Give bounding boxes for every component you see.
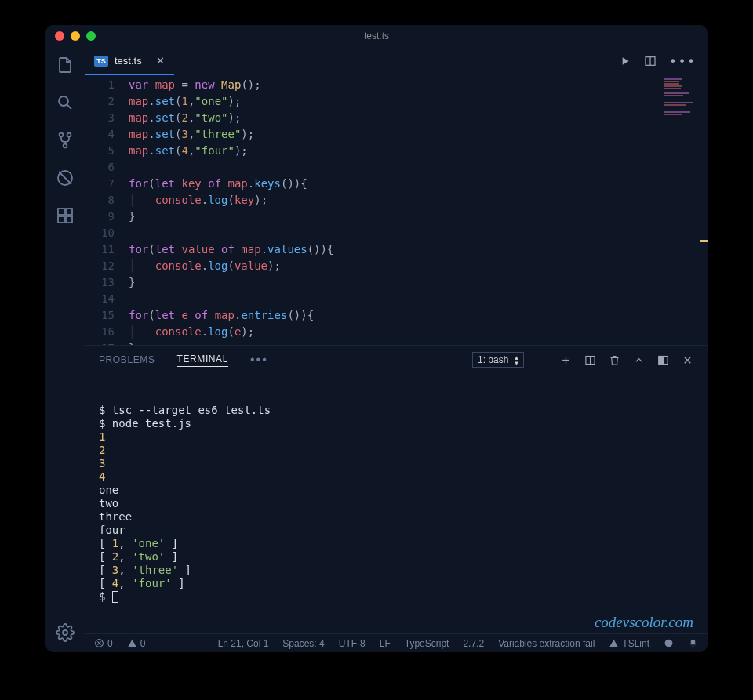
line-number: 1 <box>85 77 115 93</box>
svg-point-9 <box>63 630 67 635</box>
terminal-line: [ 1, 'one' ] <box>99 537 693 550</box>
close-panel-icon[interactable] <box>682 354 693 366</box>
problems-tab[interactable]: PROBLEMS <box>99 354 155 365</box>
terminal-line: [ 3, 'three' ] <box>99 564 693 577</box>
code-line[interactable]: } <box>129 274 708 291</box>
code-line[interactable]: map.set(3,"three"); <box>129 126 708 143</box>
code-line[interactable]: } <box>129 209 708 225</box>
panel-tab-bar: PROBLEMS TERMINAL ••• 1: bash ▲▼ <box>85 346 708 374</box>
line-number: 15 <box>85 307 115 324</box>
file-tab[interactable]: TS test.ts ✕ <box>85 47 174 75</box>
toggle-panel-icon[interactable] <box>657 354 669 366</box>
kill-terminal-icon[interactable] <box>609 354 620 366</box>
line-number: 17 <box>85 340 115 345</box>
line-number: 12 <box>85 258 115 274</box>
code-content[interactable]: var map = new Map();map.set(1,"one");map… <box>129 77 708 345</box>
typescript-file-icon: TS <box>94 56 108 67</box>
status-bar: 0 0 Ln 21, Col 1 Spaces: 4 UTF-8 LF Type… <box>85 633 708 652</box>
line-number: 6 <box>85 159 115 176</box>
search-icon[interactable] <box>55 92 75 113</box>
svg-point-23 <box>665 640 673 647</box>
panel-actions <box>560 354 693 366</box>
status-spaces[interactable]: Spaces: 4 <box>282 638 324 649</box>
code-line[interactable]: map.set(2,"two"); <box>129 110 708 126</box>
code-editor[interactable]: 12345678910111213141516171819 var map = … <box>85 75 708 345</box>
code-line[interactable]: } <box>129 340 708 345</box>
code-line[interactable] <box>129 159 708 176</box>
status-language[interactable]: TypeScript <box>405 638 449 649</box>
workbench: TS test.ts ✕ ••• 12345678910111213141516… <box>45 47 708 652</box>
terminal-line: 1 <box>99 430 693 444</box>
line-number-gutter: 12345678910111213141516171819 <box>85 77 129 345</box>
code-line[interactable]: map.set(1,"one"); <box>129 93 708 110</box>
code-line[interactable]: var map = new Map(); <box>129 77 708 93</box>
minimap[interactable] <box>664 78 704 123</box>
code-line[interactable]: │ console.log(key); <box>129 192 708 209</box>
status-cursor[interactable]: Ln 21, Col 1 <box>218 638 269 649</box>
code-line[interactable]: │ console.log(e); <box>129 324 708 340</box>
code-line[interactable]: for(let value of map.values()){ <box>129 241 708 258</box>
extensions-icon[interactable] <box>55 205 75 226</box>
settings-gear-icon[interactable] <box>55 622 75 643</box>
status-eol[interactable]: LF <box>380 638 391 649</box>
activity-bar <box>45 47 85 652</box>
code-line[interactable]: for(let key of map.keys()){ <box>129 176 708 192</box>
terminal-line: 3 <box>99 457 693 470</box>
status-tslint[interactable]: TSLint <box>609 638 649 649</box>
code-line[interactable]: │ console.log(value); <box>129 258 708 274</box>
line-number: 2 <box>85 93 115 110</box>
line-number: 11 <box>85 241 115 258</box>
code-line[interactable]: map.set(4,"four"); <box>129 143 708 159</box>
terminal-tab[interactable]: TERMINAL <box>177 354 228 367</box>
terminal-line: one <box>99 484 693 497</box>
line-number: 9 <box>85 209 115 225</box>
editor-area: 12345678910111213141516171819 var map = … <box>85 75 708 345</box>
svg-rect-5 <box>58 209 64 215</box>
terminal-line: [ 4, 'four' ] <box>99 577 693 590</box>
terminal-line: two <box>99 497 693 510</box>
status-bell-icon[interactable] <box>688 638 698 648</box>
line-number: 3 <box>85 110 115 126</box>
svg-point-2 <box>67 133 71 137</box>
code-line[interactable]: for(let e of map.entries()){ <box>129 307 708 324</box>
svg-point-1 <box>60 133 64 137</box>
split-terminal-icon[interactable] <box>584 354 596 366</box>
line-number: 8 <box>85 192 115 209</box>
terminal-output[interactable]: $ tsc --target es6 test.ts$ node test.js… <box>85 374 708 633</box>
status-feedback-icon[interactable] <box>664 638 674 648</box>
split-editor-icon[interactable] <box>644 55 657 67</box>
svg-rect-6 <box>66 209 72 215</box>
svg-rect-7 <box>58 216 64 223</box>
tab-bar: TS test.ts ✕ ••• <box>85 47 708 75</box>
terminal-selector[interactable]: 1: bash <box>472 352 524 368</box>
more-actions-icon[interactable]: ••• <box>669 54 697 69</box>
status-task[interactable]: Variables extraction fail <box>498 638 595 649</box>
line-number: 16 <box>85 324 115 340</box>
status-ts-version[interactable]: 2.7.2 <box>463 638 484 649</box>
status-errors[interactable]: 0 <box>94 638 113 649</box>
code-line[interactable] <box>129 225 708 241</box>
close-tab-icon[interactable]: ✕ <box>156 55 165 67</box>
line-number: 10 <box>85 225 115 241</box>
maximize-panel-icon[interactable] <box>633 354 645 366</box>
new-terminal-icon[interactable] <box>560 354 572 366</box>
terminal-prompt[interactable]: $ <box>99 590 693 604</box>
line-number: 14 <box>85 291 115 307</box>
svg-rect-17 <box>659 356 664 364</box>
overview-ruler-mark <box>700 240 708 242</box>
explorer-icon[interactable] <box>55 55 75 75</box>
terminal-line: $ tsc --target es6 test.ts <box>99 404 693 417</box>
line-number: 13 <box>85 274 115 291</box>
debug-icon[interactable] <box>55 168 75 188</box>
titlebar: test.ts <box>45 25 708 47</box>
bottom-panel: PROBLEMS TERMINAL ••• 1: bash ▲▼ <box>85 345 708 633</box>
line-number: 7 <box>85 176 115 192</box>
status-encoding[interactable]: UTF-8 <box>339 638 366 649</box>
editor-window: test.ts <box>45 25 708 652</box>
run-icon[interactable] <box>619 55 631 67</box>
status-warnings[interactable]: 0 <box>127 638 146 649</box>
panel-more-icon[interactable]: ••• <box>250 353 268 367</box>
terminal-line: three <box>99 510 693 524</box>
code-line[interactable] <box>129 291 708 307</box>
source-control-icon[interactable] <box>55 130 75 151</box>
